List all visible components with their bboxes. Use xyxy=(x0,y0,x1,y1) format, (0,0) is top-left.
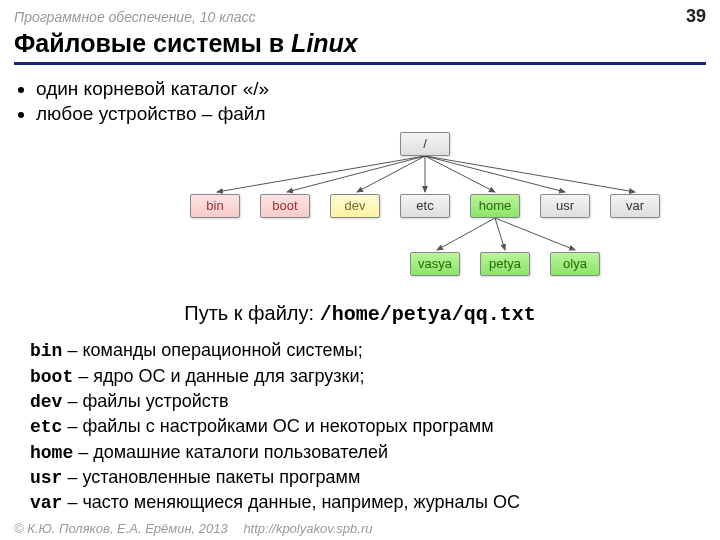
definition-row: usr – установленные пакеты программ xyxy=(30,465,720,490)
def-value: – домашние каталоги пользователей xyxy=(73,442,388,462)
svg-line-8 xyxy=(495,218,505,250)
def-key: etc xyxy=(30,417,62,437)
def-value: – команды операционной системы; xyxy=(62,340,362,360)
tree-node: / xyxy=(400,132,450,156)
tree-node: petya xyxy=(480,252,530,276)
file-path-line: Путь к файлу: /home/petya/qq.txt xyxy=(0,296,720,336)
def-value: – файлы с настройками ОС и некоторых про… xyxy=(62,416,493,436)
svg-line-0 xyxy=(217,156,425,192)
tree-node: var xyxy=(610,194,660,218)
def-value: – часто меняющиеся данные, например, жур… xyxy=(62,492,520,512)
tree-node: etc xyxy=(400,194,450,218)
title-italic: Linux xyxy=(291,29,358,57)
def-key: usr xyxy=(30,468,62,488)
tree-node: home xyxy=(470,194,520,218)
def-value: – файлы устройств xyxy=(62,391,228,411)
tree-diagram: /binbootdevetchomeusrvarvasyapetyaolya xyxy=(0,126,720,296)
tree-node: dev xyxy=(330,194,380,218)
page-title: Файловые системы в Linux xyxy=(0,29,720,62)
definitions: bin – команды операционной системы;boot … xyxy=(0,336,720,515)
definition-row: boot – ядро ОС и данные для загрузки; xyxy=(30,364,720,389)
course-label: Программное обеспечение, 10 класс xyxy=(14,9,255,25)
svg-line-6 xyxy=(425,156,635,192)
tree-node: bin xyxy=(190,194,240,218)
tree-node: olya xyxy=(550,252,600,276)
def-key: bin xyxy=(30,341,62,361)
svg-line-5 xyxy=(425,156,565,192)
bullet-item: любое устройство – файл xyxy=(36,102,720,127)
def-key: dev xyxy=(30,392,62,412)
tree-node: usr xyxy=(540,194,590,218)
path-value: /home/petya/qq.txt xyxy=(320,303,536,326)
bullet-list: один корневой каталог «/» любое устройст… xyxy=(0,73,720,126)
definition-row: bin – команды операционной системы; xyxy=(30,338,720,363)
title-underline xyxy=(14,62,706,65)
svg-line-4 xyxy=(425,156,495,192)
tree-node: boot xyxy=(260,194,310,218)
def-key: home xyxy=(30,443,73,463)
page-number: 39 xyxy=(686,6,706,27)
svg-line-1 xyxy=(287,156,425,192)
def-value: – ядро ОС и данные для загрузки; xyxy=(73,366,364,386)
title-prefix: Файловые системы в xyxy=(14,29,291,57)
copyright: © К.Ю. Поляков, Е.А. Ерёмин, 2013 xyxy=(14,521,228,536)
def-key: var xyxy=(30,493,62,513)
footer-url: http://kpolyakov.spb.ru xyxy=(243,521,372,536)
def-key: boot xyxy=(30,367,73,387)
definition-row: dev – файлы устройств xyxy=(30,389,720,414)
top-header: Программное обеспечение, 10 класс 39 xyxy=(0,0,720,29)
bullet-item: один корневой каталог «/» xyxy=(36,77,720,102)
svg-line-9 xyxy=(495,218,575,250)
definition-row: home – домашние каталоги пользователей xyxy=(30,440,720,465)
def-value: – установленные пакеты программ xyxy=(62,467,360,487)
tree-node: vasya xyxy=(410,252,460,276)
definition-row: etc – файлы с настройками ОС и некоторых… xyxy=(30,414,720,439)
svg-line-7 xyxy=(437,218,495,250)
path-label: Путь к файлу: xyxy=(184,302,319,324)
definition-row: var – часто меняющиеся данные, например,… xyxy=(30,490,720,515)
footer: © К.Ю. Поляков, Е.А. Ерёмин, 2013 http:/… xyxy=(14,521,372,536)
